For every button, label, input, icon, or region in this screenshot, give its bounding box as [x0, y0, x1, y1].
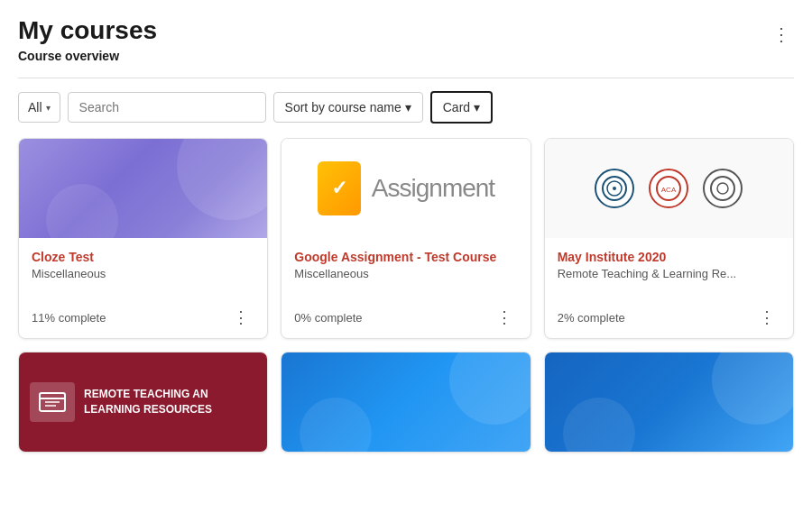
may-institute-card-body: May Institute 2020 Remote Teaching & Lea… — [545, 238, 793, 298]
google-assignment-card-image: Assignment — [281, 139, 530, 238]
remote-icon — [30, 382, 75, 422]
cloze-test-menu-button[interactable]: ⋮ — [227, 306, 254, 329]
institute-logo-3 — [703, 169, 743, 208]
cloze-test-category: Miscellaneous — [32, 267, 254, 280]
card-view-dropdown[interactable]: Card ▾ — [430, 91, 493, 124]
institute-logo-2: ACA — [649, 169, 688, 208]
course-card-cloze-test[interactable]: Cloze Test Miscellaneous 11% complete ⋮ — [18, 138, 268, 339]
search-wrapper — [68, 92, 266, 123]
assignment-text: Assignment — [372, 174, 494, 203]
cloze-test-card-image — [19, 139, 267, 238]
header-menu-button[interactable]: ⋮ — [769, 20, 794, 49]
google-assignment-footer: 0% complete ⋮ — [281, 298, 530, 338]
google-assignment-menu-button[interactable]: ⋮ — [491, 306, 518, 329]
course-card-may-institute[interactable]: ACA May Institute 2020 Remote Teaching &… — [544, 138, 794, 339]
card-view-label: Card — [443, 100, 470, 114]
sort-chevron-icon: ▾ — [405, 100, 411, 114]
bottom-card-blue1-image — [281, 352, 530, 452]
may-institute-card-image: ACA — [545, 139, 793, 238]
google-assignment-title: Google Assignment - Test Course — [294, 249, 517, 265]
page-subtitle: Course overview — [18, 49, 794, 63]
svg-point-2 — [613, 187, 616, 190]
may-institute-menu-button[interactable]: ⋮ — [753, 306, 780, 329]
bottom-cards-row: REMOTE TEACHING AN LEARNING RESOURCES — [0, 339, 812, 453]
svg-point-5 — [711, 177, 734, 200]
divider — [18, 78, 794, 78]
institute-logo-1 — [595, 169, 634, 208]
filter-label: All — [28, 100, 42, 114]
may-institute-category: Remote Teaching & Learning Re... — [558, 267, 780, 280]
bottom-card-blue1[interactable] — [281, 352, 531, 453]
filter-chevron-icon: ▾ — [46, 103, 51, 113]
google-assignment-category: Miscellaneous — [294, 267, 517, 280]
may-institute-title: May Institute 2020 — [558, 249, 780, 265]
cloze-test-progress: 11% complete — [32, 311, 106, 325]
sort-dropdown[interactable]: Sort by course name ▾ — [273, 92, 423, 123]
sort-label: Sort by course name — [285, 100, 401, 114]
cloze-test-footer: 11% complete ⋮ — [19, 298, 267, 338]
courses-grid: Cloze Test Miscellaneous 11% complete ⋮ … — [0, 138, 812, 339]
bottom-card-blue2-image — [545, 352, 793, 452]
svg-point-6 — [717, 183, 728, 194]
cloze-test-title: Cloze Test — [32, 249, 254, 265]
page-header: My courses Course overview — [0, 0, 812, 69]
search-input[interactable] — [68, 92, 266, 123]
may-institute-progress: 2% complete — [558, 311, 625, 325]
bottom-card-blue2[interactable] — [544, 352, 794, 453]
toolbar: All ▾ Sort by course name ▾ Card ▾ — [0, 91, 812, 138]
course-card-google-assignment[interactable]: Assignment Google Assignment - Test Cour… — [281, 138, 531, 339]
google-assignment-progress: 0% complete — [294, 311, 362, 325]
google-assignment-card-body: Google Assignment - Test Course Miscella… — [281, 238, 530, 298]
page-title: My courses — [18, 16, 794, 45]
filter-dropdown[interactable]: All ▾ — [18, 92, 60, 123]
card-view-chevron-icon: ▾ — [474, 100, 480, 114]
bottom-card-remote[interactable]: REMOTE TEACHING AN LEARNING RESOURCES — [18, 352, 268, 453]
may-institute-footer: 2% complete ⋮ — [545, 298, 793, 338]
cloze-test-card-body: Cloze Test Miscellaneous — [19, 238, 267, 298]
svg-text:ACA: ACA — [661, 186, 677, 194]
bottom-card-red-image: REMOTE TEACHING AN LEARNING RESOURCES — [19, 352, 267, 452]
assignment-icon — [318, 161, 361, 215]
remote-card-text: REMOTE TEACHING AN LEARNING RESOURCES — [84, 387, 212, 417]
